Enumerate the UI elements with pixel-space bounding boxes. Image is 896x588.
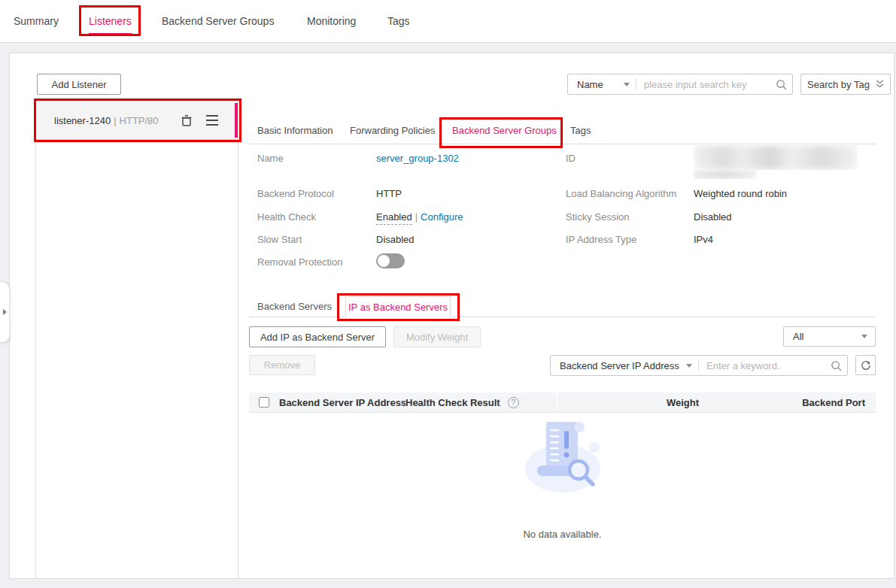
ip-address-type-label: IP Address Type xyxy=(566,234,636,245)
chevron-down-icon xyxy=(686,364,692,368)
detail-tab-bar: Basic Information Forwarding Policies Ba… xyxy=(249,117,876,144)
slow-start-value: Disabled xyxy=(376,234,415,245)
active-tab-underline xyxy=(89,33,132,35)
detail-tab-tags[interactable]: Tags xyxy=(570,117,591,144)
backend-protocol-label: Backend Protocol xyxy=(257,188,334,199)
no-data-illustration xyxy=(524,416,602,508)
content-card: Add Listener Name Search by Tag listener… xyxy=(9,53,894,579)
listener-list-panel: listener-1240|HTTP/80 xyxy=(35,101,238,579)
search-icon[interactable] xyxy=(825,356,847,375)
subtab-ip-as-backend-servers[interactable]: IP as Backend Servers xyxy=(345,296,451,317)
double-chevron-icon xyxy=(876,80,884,89)
listener-separator: | xyxy=(111,115,119,126)
chevron-down-icon xyxy=(624,83,630,86)
configure-health-check-link[interactable]: Configure xyxy=(421,211,463,223)
detail-tab-forwarding-policies[interactable]: Forwarding Policies xyxy=(350,117,435,144)
tab-listeners[interactable]: Listeners xyxy=(89,0,132,42)
listener-menu-icon[interactable] xyxy=(206,115,218,126)
chevron-down-icon xyxy=(861,335,867,338)
status-filter-dropdown[interactable]: All xyxy=(783,326,876,347)
search-filter-select[interactable]: Name xyxy=(568,79,636,90)
sticky-session-value: Disabled xyxy=(694,211,732,223)
add-ip-as-backend-server-button[interactable]: Add IP as Backend Server xyxy=(249,326,386,347)
search-filter-value: Name xyxy=(577,79,603,90)
slow-start-label: Slow Start xyxy=(257,234,302,245)
chevron-right-icon xyxy=(3,309,7,315)
server-group-link[interactable]: server_group-1302 xyxy=(376,153,459,164)
ip-address-type-value: IPv4 xyxy=(694,234,713,245)
tab-summary[interactable]: Summary xyxy=(14,0,59,42)
tab-monitoring[interactable]: Monitoring xyxy=(307,0,356,42)
selected-indicator-bar xyxy=(235,103,238,138)
name-label: Name xyxy=(257,153,284,164)
column-backend-port: Backend Port xyxy=(708,397,876,408)
remove-button[interactable]: Remove xyxy=(249,355,315,375)
subtab-backend-servers[interactable]: Backend Servers xyxy=(257,296,332,317)
empty-state: No data available. xyxy=(249,416,876,540)
health-check-value-group: Enabled|Configure xyxy=(376,211,463,223)
search-by-tag-button[interactable]: Search by Tag xyxy=(800,74,891,95)
modify-weight-button[interactable]: Modify Weight xyxy=(393,326,481,347)
listener-protocol-port: HTTP/80 xyxy=(120,115,159,126)
id-label: ID xyxy=(566,153,576,164)
elb-listeners-page: Summary Listeners Backend Server Groups … xyxy=(0,0,896,588)
health-check-result-label: Health Check Result xyxy=(405,397,500,408)
search-icon[interactable] xyxy=(770,74,792,94)
search-by-tag-label: Search by Tag xyxy=(807,79,870,90)
listener-name: listener-1240 xyxy=(54,115,111,126)
health-check-status[interactable]: Enabled xyxy=(376,211,412,225)
column-weight: Weight xyxy=(557,397,708,408)
keyword-input[interactable] xyxy=(699,360,825,371)
id-value-redacted xyxy=(694,145,858,170)
backend-search-filter-value: Backend Server IP Address xyxy=(560,360,679,371)
status-filter-value: All xyxy=(793,331,803,342)
no-data-text: No data available. xyxy=(249,529,876,540)
backend-search-filter-select[interactable]: Backend Server IP Address xyxy=(551,360,698,371)
add-listener-button[interactable]: Add Listener xyxy=(37,74,121,95)
detail-tab-backend-server-groups[interactable]: Backend Server Groups xyxy=(452,117,557,144)
load-balancing-label: Load Balancing Algorithm xyxy=(566,188,676,199)
health-check-label: Health Check xyxy=(257,211,316,223)
listener-list-item[interactable]: listener-1240|HTTP/80 xyxy=(36,102,238,140)
column-health-check-result: Health Check Result ? xyxy=(405,393,557,412)
load-balancing-value: Weighted round robin xyxy=(694,188,787,199)
top-tab-bar: Summary Listeners Backend Server Groups … xyxy=(0,0,896,43)
table-header-row: Backend Server IP Address Health Check R… xyxy=(249,393,876,413)
listener-label: listener-1240|HTTP/80 xyxy=(54,115,159,126)
removal-protection-toggle[interactable] xyxy=(376,253,405,268)
column-backend-server-ip[interactable]: Backend Server IP Address xyxy=(279,397,405,408)
removal-protection-label: Removal Protection xyxy=(257,256,342,268)
sticky-session-label: Sticky Session xyxy=(566,211,630,223)
tab-tags[interactable]: Tags xyxy=(387,0,410,42)
backend-protocol-value: HTTP xyxy=(376,188,402,199)
refresh-button[interactable] xyxy=(855,355,876,375)
detail-tab-basic-information[interactable]: Basic Information xyxy=(257,117,333,144)
tab-backend-server-groups[interactable]: Backend Server Groups xyxy=(162,0,274,42)
search-input[interactable] xyxy=(636,79,770,90)
backend-server-search-box: Backend Server IP Address xyxy=(550,355,848,376)
expand-panel-handle[interactable] xyxy=(0,281,10,343)
help-icon[interactable]: ? xyxy=(508,397,519,408)
toggle-knob xyxy=(378,255,390,267)
delete-listener-icon[interactable] xyxy=(181,114,193,127)
id-value-redacted-line2 xyxy=(694,170,757,179)
health-check-separator: | xyxy=(412,211,421,223)
listener-search-box: Name xyxy=(567,74,793,95)
select-all-checkbox[interactable] xyxy=(259,397,269,408)
server-tabs-baseline xyxy=(249,317,876,317)
